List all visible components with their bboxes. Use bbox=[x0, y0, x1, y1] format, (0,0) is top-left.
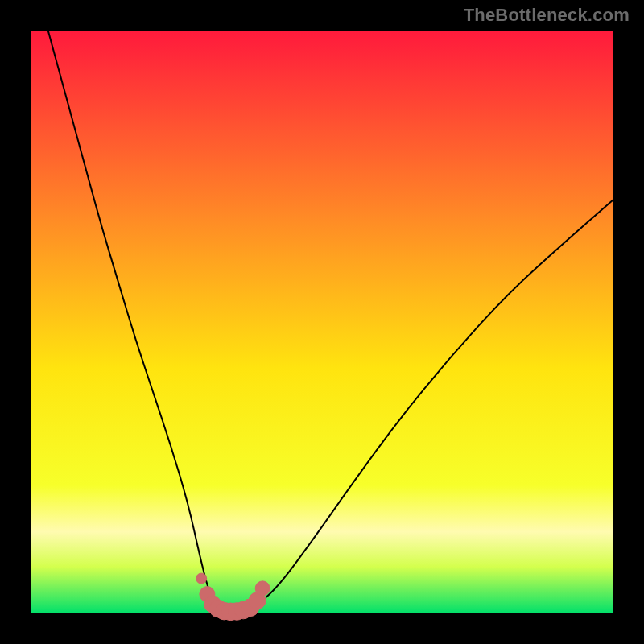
highlight-marker bbox=[255, 581, 270, 596]
highlight-marker bbox=[196, 573, 207, 584]
bottleneck-chart bbox=[0, 0, 644, 644]
watermark-text: TheBottleneck.com bbox=[464, 5, 630, 26]
chart-root: TheBottleneck.com bbox=[0, 0, 644, 644]
